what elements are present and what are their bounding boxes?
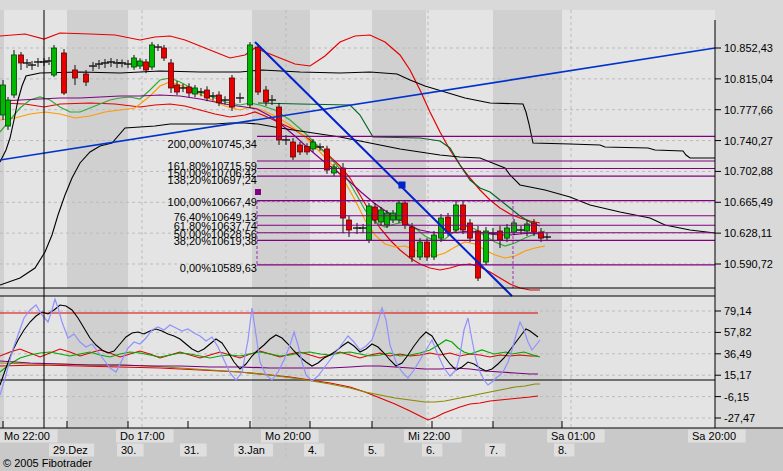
osc-axis-label: 79,14 xyxy=(724,305,752,317)
bearish-candle xyxy=(264,90,269,102)
date-axis-label: 29.Dez xyxy=(53,444,88,456)
bullish-candle xyxy=(1,85,6,115)
bearish-candle xyxy=(341,168,346,218)
date-axis-label: 7. xyxy=(489,444,498,456)
bearish-candle xyxy=(175,85,180,92)
osc-axis-label: -6,15 xyxy=(724,391,749,403)
date-axis-label: 8. xyxy=(558,444,567,456)
bullish-candle xyxy=(311,142,316,149)
bearish-candle xyxy=(277,107,282,140)
date-axis-label: 6. xyxy=(426,444,435,456)
bullish-candle xyxy=(391,213,396,220)
osc-axis-label: 36,49 xyxy=(724,348,752,360)
fib-anchor-handle[interactable] xyxy=(255,189,261,195)
trendline-handle[interactable] xyxy=(399,182,406,189)
bearish-candle xyxy=(217,95,222,103)
fib-price-label: 10745,34 xyxy=(211,138,257,150)
price-axis-label: 10.740,27 xyxy=(724,135,773,147)
bearish-candle xyxy=(144,62,149,70)
date-axis-label: 5. xyxy=(368,444,377,456)
bearish-candle xyxy=(298,145,303,152)
price-axis-label: 10.702,88 xyxy=(724,165,773,177)
bullish-candle xyxy=(385,213,390,225)
chart-canvas[interactable]: 200,00%10745,34161,80%10715,59150,00%107… xyxy=(0,0,783,471)
bearish-candle xyxy=(291,142,296,157)
bullish-candle xyxy=(12,55,17,95)
fib-price-label: 10697,24 xyxy=(211,174,257,186)
fib-pct-label: 38,20% xyxy=(174,235,212,247)
bearish-candle xyxy=(410,227,415,257)
bearish-candle xyxy=(169,63,174,88)
bullish-candle xyxy=(367,206,372,240)
fib-price-label: 10589,63 xyxy=(211,262,257,274)
bearish-candle xyxy=(425,242,430,257)
bearish-candle xyxy=(461,205,466,230)
price-axis-label: 10.815,04 xyxy=(724,73,773,85)
date-axis-label: 30. xyxy=(121,444,136,456)
price-axis-label: 10.777,66 xyxy=(724,104,773,116)
session-band xyxy=(493,296,562,428)
bearish-candle xyxy=(305,147,310,152)
bearish-candle xyxy=(187,87,192,93)
bearish-candle xyxy=(532,223,537,232)
bearish-candle xyxy=(205,90,210,98)
bullish-candle xyxy=(150,45,155,67)
osc-axis-label: 15,17 xyxy=(724,369,752,381)
bearish-candle xyxy=(84,74,89,82)
session-band xyxy=(67,10,128,288)
bullish-candle xyxy=(397,203,402,220)
bullish-candle xyxy=(248,45,253,105)
fib-pct-label: 138,20% xyxy=(168,174,212,186)
fib-price-label: 10619,38 xyxy=(211,235,257,247)
bullish-candle xyxy=(454,205,459,230)
osc-axis-label: -27,47 xyxy=(724,412,755,424)
session-band xyxy=(493,10,562,288)
time-axis-label: Sa 20:00 xyxy=(692,430,736,442)
copyright-label: © 2005 Fibotrader xyxy=(3,457,92,469)
session-band xyxy=(0,296,4,428)
bullish-candle xyxy=(132,58,137,67)
fib-price-label: 10667,49 xyxy=(211,196,257,208)
session-band xyxy=(0,10,4,288)
osc-axis-label: 57,82 xyxy=(724,326,752,338)
time-axis-label: Sa 01:00 xyxy=(551,430,595,442)
bullish-candle xyxy=(432,235,437,257)
bearish-candle xyxy=(62,53,67,93)
bullish-candle xyxy=(138,61,143,66)
price-axis-label: 10.852,43 xyxy=(724,42,773,54)
bearish-candle xyxy=(19,55,24,63)
date-axis-label: 3.Jan xyxy=(238,444,265,456)
time-axis-label: Mi 22:00 xyxy=(408,430,450,442)
bearish-candle xyxy=(476,231,481,278)
fib-pct-label: 0,00% xyxy=(180,262,211,274)
fib-pct-label: 200,00% xyxy=(168,138,212,150)
bullish-candle xyxy=(52,48,57,75)
session-band xyxy=(252,296,310,428)
time-axis-label: Mo 20:00 xyxy=(265,430,311,442)
bullish-candle xyxy=(332,167,337,173)
date-axis-label: 31. xyxy=(184,444,199,456)
price-axis-label: 10.590,72 xyxy=(724,258,773,270)
bullish-candle xyxy=(512,223,517,232)
bearish-candle xyxy=(162,48,167,58)
bullish-candle xyxy=(484,231,489,262)
price-axis-label: 10.628,11 xyxy=(724,227,772,239)
bearish-candle xyxy=(325,149,330,170)
fib-pct-label: 100,00% xyxy=(168,196,212,208)
time-axis-label: Do 17:00 xyxy=(120,430,165,442)
date-axis-label: 4. xyxy=(308,444,317,456)
time-axis-label: Mo 22:00 xyxy=(4,430,50,442)
bullish-candle xyxy=(193,88,198,94)
bearish-candle xyxy=(230,78,235,107)
bearish-candle xyxy=(403,203,408,225)
price-axis-label: 10.665,49 xyxy=(724,196,773,208)
bullish-candle xyxy=(6,100,11,126)
bullish-candle xyxy=(418,242,423,257)
bearish-candle xyxy=(73,70,78,78)
bearish-candle xyxy=(256,47,261,92)
bearish-candle xyxy=(373,207,378,220)
